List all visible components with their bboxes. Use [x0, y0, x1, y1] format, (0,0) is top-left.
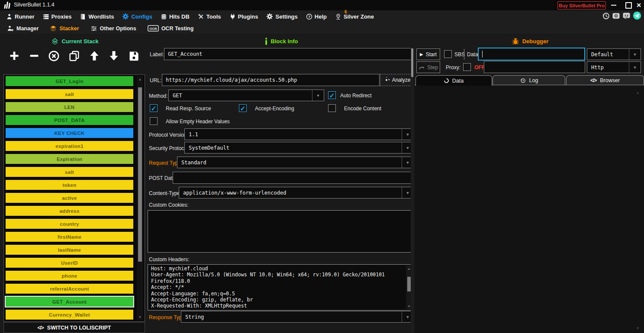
custom-cookies-textarea[interactable]: [148, 210, 414, 253]
stack-item[interactable]: lastName: [6, 245, 133, 255]
history-icon[interactable]: [602, 12, 610, 20]
silverbullet-window: SilverBullet 1.1.4 Buy SilverBullet Pro …: [0, 0, 644, 333]
scroll-down-arrow[interactable]: ▼: [137, 314, 143, 320]
menu-item-tools[interactable]: Tools: [198, 13, 221, 20]
ocr-icon: OCR: [148, 25, 159, 32]
submenu-item-manager[interactable]: Manager: [7, 25, 39, 32]
protocol-version-dropdown[interactable]: 1.1 ▼: [184, 128, 414, 140]
security-protocol-label: Security Protocol:: [149, 145, 190, 151]
tab-data[interactable]: Data: [415, 75, 492, 86]
stack-item[interactable]: Expiration: [6, 154, 133, 164]
stack-item[interactable]: country: [6, 219, 133, 229]
buy-pro-button[interactable]: Buy SilverBullet Pro: [557, 1, 606, 10]
save-stack-button floppy-icon[interactable]: [128, 50, 139, 61]
menu-item-hits-db[interactable]: Hits DB: [161, 13, 190, 20]
stack-item[interactable]: GET_Login: [6, 76, 133, 86]
scroll-thumb[interactable]: [138, 87, 142, 262]
stacker-layers-icon: [50, 25, 57, 32]
scroll-up-arrow[interactable]: ▲: [137, 76, 143, 82]
accept-encoding-checkbox[interactable]: [239, 104, 247, 112]
debugger-title: Debugger: [512, 38, 549, 45]
minimize-button[interactable]: [608, 0, 620, 10]
step-button[interactable]: Step: [416, 61, 440, 73]
scroll-thumb[interactable]: [407, 277, 411, 291]
debug-data-input[interactable]: [478, 48, 585, 61]
submenu-item-stacker[interactable]: Stacker: [50, 25, 79, 32]
proxy-type-dropdown[interactable]: Http ▼: [587, 61, 641, 73]
menu-item-wordlists[interactable]: Wordlists: [80, 13, 114, 20]
configs-submenu: Manager Stacker Other Options OCR OCR Te…: [0, 22, 644, 35]
stack-scrollbar[interactable]: ▲ ▼: [137, 76, 143, 320]
plug-icon: [229, 13, 236, 20]
stack-item[interactable]: referralAccount: [6, 284, 133, 294]
proxy-label: Proxy:: [446, 64, 460, 70]
move-up-button arrow-up-icon[interactable]: [89, 50, 100, 61]
security-protocol-dropdown[interactable]: SystemDefault ▼: [184, 142, 414, 154]
content-type-dropdown[interactable]: application/x-www-form-urlencoded ▼: [179, 187, 414, 199]
stack-item[interactable]: salt: [6, 167, 133, 177]
stack-item[interactable]: salt: [6, 89, 133, 99]
method-dropdown[interactable]: GET ▼: [168, 90, 324, 101]
menu-item-settings[interactable]: Settings: [266, 13, 297, 20]
proxy-checkbox[interactable]: [463, 63, 471, 71]
discord-icon[interactable]: [622, 12, 631, 20]
url-input[interactable]: [162, 74, 380, 86]
stack-item[interactable]: KEY CHECK: [6, 128, 133, 138]
auto-redirect-checkbox[interactable]: [328, 91, 336, 99]
tab-browser[interactable]: </> Browser: [566, 75, 644, 85]
scroll-thumb[interactable]: [411, 48, 413, 77]
encode-content-label: Encode Content: [344, 106, 381, 112]
settings-gear-icon: [266, 13, 273, 20]
auto-redirect-label: Auto Redirect: [340, 93, 372, 99]
allow-empty-header-values-checkbox[interactable]: [150, 117, 158, 125]
block-info-scrollbar[interactable]: [411, 47, 414, 333]
log-history-icon: [520, 77, 526, 83]
custom-headers-editor[interactable]: Host: mychief.cloud User-Agent: Mozilla/…: [148, 264, 414, 311]
label-input[interactable]: [164, 48, 413, 60]
stack-item[interactable]: UserID: [6, 258, 133, 268]
scroll-up-arrow[interactable]: ▲: [636, 90, 640, 95]
submenu-item-other-options[interactable]: Other Options: [90, 25, 136, 32]
submenu-item-ocr-testing[interactable]: OCR OCR Testing: [148, 25, 194, 32]
read-resp-source-checkbox[interactable]: [150, 104, 158, 112]
stack-item[interactable]: token: [6, 180, 133, 190]
menu-item-plugins[interactable]: Plugins: [229, 13, 258, 20]
encode-content-checkbox[interactable]: [328, 104, 336, 112]
screenshot-camera-icon[interactable]: [612, 12, 620, 20]
menu-item-silver-zone[interactable]: 6 Silver Zone: [335, 13, 374, 20]
scroll-down-arrow[interactable]: ▼: [636, 326, 640, 330]
remove-block-button minus-icon[interactable]: [29, 50, 40, 61]
stack-item[interactable]: Currency_Wallet: [6, 310, 133, 320]
stack-item[interactable]: active: [6, 193, 133, 203]
switch-to-loliscript-button[interactable]: </> SWITCH TO LOLISCRIPT: [3, 322, 145, 333]
duplicate-block-button copy-icon[interactable]: [68, 50, 80, 62]
stack-item[interactable]: firstName: [6, 232, 133, 242]
post-data-input[interactable]: [173, 172, 414, 184]
close-button[interactable]: ✕: [633, 0, 644, 10]
menu-item-proxies[interactable]: Proxies: [43, 13, 72, 20]
menu-item-help[interactable]: ? Help: [306, 13, 327, 20]
stack-item[interactable]: GET_Account: [6, 297, 133, 307]
stack-item[interactable]: LEN: [6, 102, 133, 112]
analyze-icon: [383, 77, 390, 83]
start-button[interactable]: ▶ Start: [416, 48, 440, 60]
stack-item[interactable]: expiration1: [6, 141, 133, 151]
menu-item-configs[interactable]: Configs: [122, 13, 152, 20]
analyze-button[interactable]: Analyze: [380, 74, 414, 86]
stack-item[interactable]: POST_DATA: [6, 115, 133, 125]
menu-item-runner[interactable]: Runner: [6, 13, 35, 20]
disable-block-button circle-x-icon[interactable]: [48, 50, 60, 62]
telegram-icon[interactable]: [633, 11, 641, 20]
preset-dropdown[interactable]: Default ▼: [587, 48, 641, 60]
stack-item[interactable]: address: [6, 206, 133, 216]
move-down-button arrow-down-icon[interactable]: [108, 50, 119, 61]
request-type-dropdown[interactable]: Standard ▼: [177, 157, 414, 168]
add-block-button plus-icon[interactable]: [9, 50, 20, 61]
stack-item[interactable]: phone: [6, 271, 133, 281]
tab-log[interactable]: Log: [493, 75, 565, 85]
proxy-input[interactable]: [484, 61, 585, 73]
sbs-checkbox[interactable]: [444, 50, 452, 58]
sliders-icon: [90, 25, 97, 32]
response-type-dropdown[interactable]: String ▼: [181, 311, 414, 323]
main-menubar: Runner Proxies Wordlists Configs Hits DB…: [0, 10, 644, 22]
